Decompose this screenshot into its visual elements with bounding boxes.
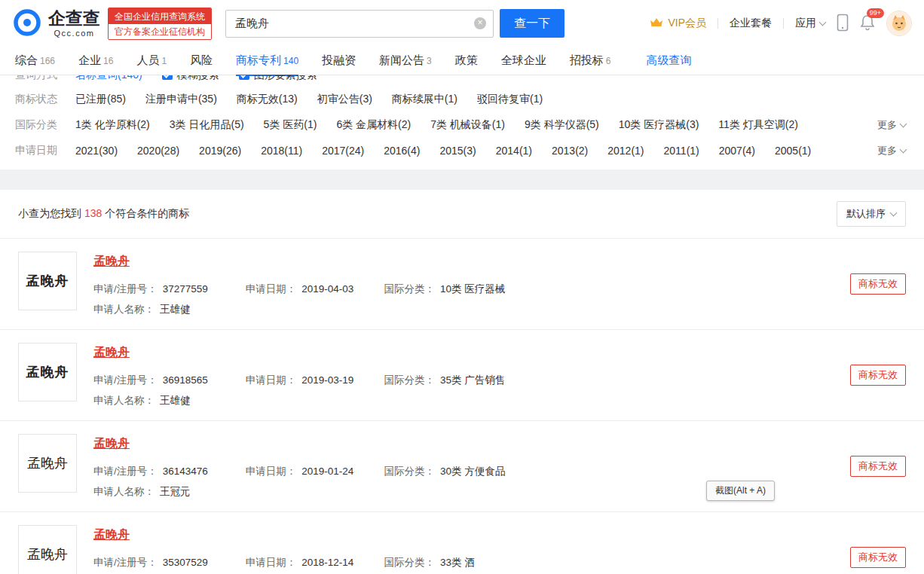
filter-option[interactable]: 2019(26) — [199, 145, 241, 157]
logo-text: 企查查 Qcc.com — [48, 10, 100, 38]
international-class: 35类 广告销售 — [440, 374, 505, 386]
more-classes-link[interactable]: 更多 — [877, 118, 906, 132]
filter-option[interactable]: 初审公告(3) — [317, 93, 372, 106]
filter-option[interactable]: 注册申请中(35) — [145, 93, 217, 106]
filter-option[interactable]: 2014(1) — [496, 145, 532, 157]
trademark-image[interactable]: 孟晚舟 — [18, 525, 77, 574]
filter-option[interactable]: 2011(1) — [664, 145, 699, 157]
applicant-name: 王雄健 — [160, 395, 191, 406]
filter-option[interactable]: 6类 金属材料(2) — [336, 118, 411, 132]
filter-option[interactable]: 2013(2) — [552, 145, 588, 157]
apps-menu[interactable]: 应用 — [795, 17, 825, 30]
tab-label: 企业 — [78, 53, 101, 68]
filter-label: 申请日期 — [15, 144, 75, 157]
tab-company[interactable]: 企业 16 — [78, 47, 113, 75]
mobile-app-icon[interactable] — [837, 14, 849, 34]
sort-dropdown-button[interactable]: 默认排序 — [837, 201, 906, 227]
filter-option[interactable]: 2005(1) — [775, 145, 811, 157]
tab-global-companies[interactable]: 全球企业 — [501, 47, 546, 75]
international-class: 10类 医疗器械 — [440, 283, 505, 295]
filter-option[interactable]: 10类 医疗器械(3) — [619, 118, 699, 132]
cert-badge-line1: 全国企业信用查询系统 — [109, 8, 211, 24]
filter-label: 商标状态 — [15, 93, 75, 106]
field-label: 申请/注册号： — [93, 466, 158, 477]
notifications-bell-icon[interactable]: 99+ — [860, 14, 875, 33]
divider — [717, 18, 718, 29]
field-label: 申请日期： — [246, 557, 297, 568]
filter-option[interactable]: 11类 灯具空调(2) — [718, 118, 798, 132]
trademark-status-badge[interactable]: 商标无效 — [850, 365, 906, 386]
filter-option[interactable]: 2017(24) — [322, 145, 364, 157]
filter-option[interactable]: 商标续展中(1) — [392, 93, 457, 106]
tab-investment-financing[interactable]: 投融资 — [322, 47, 356, 75]
filter-option[interactable]: 2012(1) — [607, 145, 644, 157]
user-avatar[interactable] — [886, 11, 912, 36]
clear-search-icon[interactable]: × — [474, 17, 486, 29]
apps-label: 应用 — [795, 17, 816, 30]
trademark-info: 孟晚舟 申请/注册号：36918565 申请日期：2019-03-19 国际分类… — [93, 343, 838, 408]
search-input[interactable] — [225, 10, 494, 38]
tab-label: 政策 — [455, 53, 478, 68]
filter-option[interactable]: 名称查询(140) — [75, 75, 142, 82]
filter-option[interactable]: 1类 化学原料(2) — [75, 118, 150, 132]
field-label: 申请/注册号： — [93, 283, 158, 295]
vip-member-link[interactable]: VIP会员 — [650, 17, 706, 30]
search-button[interactable]: 查一下 — [500, 9, 564, 38]
field-label: 申请/注册号： — [93, 374, 158, 386]
chevron-down-icon — [819, 18, 827, 26]
qcc-logo-icon — [12, 8, 42, 40]
field-label: 申请日期： — [246, 283, 297, 295]
qcc-logo[interactable]: 企查查 Qcc.com — [12, 8, 100, 40]
filter-option[interactable]: 2021(30) — [75, 145, 118, 157]
filter-checkbox-option[interactable]: 图形要素搜索 — [239, 75, 317, 82]
tab-label: 综合 — [15, 53, 38, 68]
tab-policy[interactable]: 政策 — [455, 47, 478, 75]
registration-number: 37277559 — [163, 283, 208, 295]
filter-option[interactable]: 2007(4) — [719, 145, 755, 157]
trademark-status-badge[interactable]: 商标无效 — [850, 547, 906, 568]
trademark-title-link[interactable]: 孟晚舟 — [93, 345, 130, 361]
tab-count: 166 — [40, 56, 55, 66]
filter-option[interactable]: 2020(28) — [137, 145, 179, 157]
tab-trademark-patent[interactable]: 商标专利 140 — [236, 47, 298, 75]
filter-option[interactable]: 2018(11) — [261, 145, 302, 157]
filter-option[interactable]: 驳回待复审(1) — [477, 93, 543, 106]
more-dates-link[interactable]: 更多 — [877, 144, 906, 157]
trademark-status-badge[interactable]: 商标无效 — [850, 273, 906, 295]
tab-count: 3 — [427, 56, 432, 66]
tab-risk[interactable]: 风险 — [190, 47, 213, 75]
notification-count-badge: 99+ — [867, 8, 884, 18]
qcc-trademark-search-page: 企查查 Qcc.com 全国企业信用查询系统 官方备案企业征信机构 × 查一下 … — [0, 0, 924, 574]
trademark-title-link[interactable]: 孟晚舟 — [93, 254, 130, 270]
enterprise-package-link[interactable]: 企业套餐 — [730, 17, 772, 30]
international-class: 33类 酒 — [440, 557, 475, 568]
filter-checkbox-option[interactable]: 模糊搜索 — [162, 75, 219, 82]
trademark-info: 孟晚舟 申请/注册号：35307529 申请日期：2018-12-14 国际分类… — [93, 525, 838, 574]
tab-personnel[interactable]: 人员 1 — [136, 47, 167, 75]
filter-option[interactable]: 9类 科学仪器(5) — [525, 118, 599, 132]
filter-option[interactable]: 2015(3) — [439, 145, 476, 157]
trademark-title-link[interactable]: 孟晚舟 — [93, 436, 130, 452]
filter-option[interactable]: 5类 医药(1) — [264, 118, 317, 132]
advanced-search-link[interactable]: 高级查询 — [646, 53, 691, 68]
tab-comprehensive[interactable]: 综合 166 — [15, 47, 55, 75]
filter-option[interactable]: 已注册(85) — [75, 93, 126, 106]
filter-option[interactable]: 7类 机械设备(1) — [430, 118, 505, 132]
tab-news-announcements[interactable]: 新闻公告 3 — [379, 47, 432, 75]
trademark-title-link[interactable]: 孟晚舟 — [93, 527, 130, 543]
filter-option[interactable]: 2016(4) — [384, 145, 420, 157]
trademark-status-filter-row: 商标状态 已注册(85) 注册申请中(35) 商标无效(13) 初审公告(3) … — [15, 87, 909, 112]
trademark-image[interactable]: 孟晚舟 — [18, 434, 77, 493]
field-label: 国际分类： — [384, 557, 436, 568]
trademark-status-badge[interactable]: 商标无效 — [850, 456, 906, 477]
brand-name: 企查查 — [48, 10, 100, 27]
tab-label: 人员 — [136, 53, 159, 68]
filter-option[interactable]: 3类 日化用品(5) — [170, 118, 244, 132]
trademark-image[interactable]: 孟晚舟 — [18, 343, 77, 401]
applicant-name: 王冠元 — [160, 486, 191, 497]
trademark-image[interactable]: 孟晚舟 — [18, 252, 77, 310]
apply-date: 2019-01-24 — [301, 466, 353, 477]
filter-option[interactable]: 商标无效(13) — [237, 93, 298, 106]
tab-bidding[interactable]: 招投标 6 — [570, 47, 611, 75]
filter-label: 国际分类 — [15, 118, 75, 132]
